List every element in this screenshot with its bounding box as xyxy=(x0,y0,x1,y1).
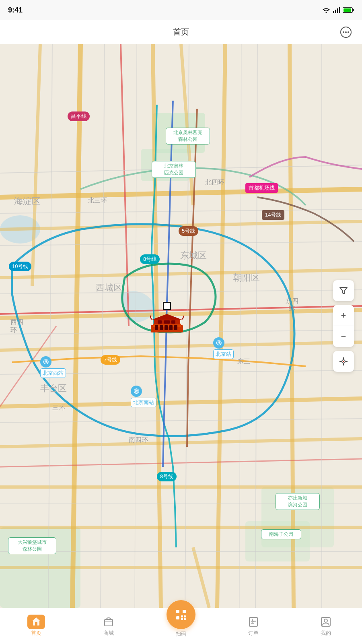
status-bar: 9:41 xyxy=(0,0,362,20)
svg-rect-57 xyxy=(155,325,158,330)
park-yizhuang: 亦庄新城滨河公园 xyxy=(276,493,320,510)
status-icons xyxy=(322,7,354,13)
subway-line8-south: 8号线 xyxy=(157,472,177,481)
battery-icon xyxy=(343,7,354,13)
svg-rect-83 xyxy=(181,618,183,620)
svg-rect-82 xyxy=(184,615,186,617)
station-beijingxi: ㊗ 北京西站 xyxy=(40,356,66,378)
order-icon xyxy=(248,616,259,627)
svg-rect-64 xyxy=(158,320,162,324)
nav-scan[interactable]: 扫码 xyxy=(145,608,217,644)
map-controls: + − xyxy=(333,280,354,372)
shop-icon xyxy=(103,616,114,627)
order-icon-wrapper xyxy=(247,616,259,628)
chat-button[interactable] xyxy=(338,24,354,40)
line14-tag: 14号线 xyxy=(262,210,284,220)
zoom-out-button[interactable]: − xyxy=(333,326,354,347)
svg-rect-76 xyxy=(105,619,113,626)
svg-rect-79 xyxy=(183,610,186,613)
scan-icon xyxy=(173,607,189,623)
svg-rect-58 xyxy=(160,325,163,330)
zoom-in-button[interactable]: + xyxy=(333,305,354,326)
nav-order[interactable]: 订单 xyxy=(217,608,290,644)
map-area[interactable]: 海淀区 西城区 东城区 朝阳区 丰台区 北三环 北四环 南四环 东三 东四 环 … xyxy=(0,44,362,608)
header-title: 首页 xyxy=(173,27,189,37)
mine-icon-wrapper xyxy=(320,616,332,628)
nav-mine-label: 我的 xyxy=(321,630,331,637)
signal-icon xyxy=(333,7,340,13)
nav-scan-label: 扫码 xyxy=(176,630,186,638)
svg-marker-74 xyxy=(32,617,40,621)
svg-marker-63 xyxy=(152,314,182,320)
svg-rect-66 xyxy=(171,320,175,324)
park-olympic-forest: 北京奥林匹克森林公园 xyxy=(166,128,210,144)
scan-circle xyxy=(167,600,195,629)
filter-icon xyxy=(339,286,348,295)
zoom-out-icon: − xyxy=(341,331,346,342)
svg-rect-84 xyxy=(184,618,186,620)
filter-button[interactable] xyxy=(333,280,354,301)
svg-rect-81 xyxy=(181,615,183,617)
subway-line8-north: 8号线 xyxy=(140,254,160,264)
svg-point-68 xyxy=(343,361,344,362)
station-beijing: ㊗ 北京站 xyxy=(213,337,234,359)
nav-home-label: 首页 xyxy=(31,630,41,637)
svg-point-9 xyxy=(345,31,347,33)
svg-rect-3 xyxy=(339,7,340,13)
subway-line5: 5号线 xyxy=(179,226,198,236)
svg-rect-5 xyxy=(353,9,354,11)
svg-rect-78 xyxy=(176,610,179,613)
svg-rect-80 xyxy=(176,616,179,619)
wifi-icon xyxy=(322,7,331,13)
home-icon-wrapper xyxy=(30,616,42,628)
locate-button[interactable] xyxy=(333,351,354,372)
shop-icon-wrapper xyxy=(103,616,115,628)
nav-order-label: 订单 xyxy=(248,630,259,637)
subway-changping: 昌平线 xyxy=(68,111,90,121)
svg-rect-75 xyxy=(35,622,37,625)
tiananmen-icon xyxy=(149,310,185,334)
park-daxing: 大兴狼垡城市森林公园 xyxy=(8,537,56,554)
zoom-in-icon: + xyxy=(341,310,346,321)
park-nanhaizi: 南海子公园 xyxy=(261,529,301,539)
svg-rect-1 xyxy=(335,10,336,13)
mine-icon xyxy=(320,616,331,627)
header: 首页 xyxy=(0,20,362,44)
chat-icon xyxy=(339,26,352,39)
station-beijingnan: ㊗ 北京南站 xyxy=(131,386,156,407)
subway-line7: 7号线 xyxy=(101,355,120,365)
nav-shop-label: 商城 xyxy=(103,630,114,637)
svg-rect-2 xyxy=(337,8,338,13)
location-pin xyxy=(149,302,185,334)
svg-rect-60 xyxy=(169,325,173,330)
park-olympic: 北京奥林匹克公园 xyxy=(152,161,196,178)
svg-point-10 xyxy=(348,31,349,33)
nav-mine[interactable]: 我的 xyxy=(290,608,362,644)
svg-rect-0 xyxy=(333,11,334,13)
locate-icon xyxy=(339,357,348,366)
svg-rect-59 xyxy=(165,325,168,330)
nav-shop[interactable]: 商城 xyxy=(72,608,145,644)
status-time: 9:41 xyxy=(8,6,23,14)
svg-rect-61 xyxy=(174,325,177,330)
svg-rect-65 xyxy=(164,320,170,324)
zoom-controls: + − xyxy=(333,305,354,347)
svg-rect-6 xyxy=(343,8,351,12)
svg-point-8 xyxy=(343,31,344,33)
svg-point-90 xyxy=(324,619,327,622)
home-icon xyxy=(31,617,41,625)
airport-line-tag: 首都机场线 xyxy=(245,183,278,193)
nav-home[interactable]: 首页 xyxy=(0,608,72,644)
subway-line10: 10号线 xyxy=(9,262,31,271)
bottom-nav: 首页 商城 扫码 xyxy=(0,608,362,644)
